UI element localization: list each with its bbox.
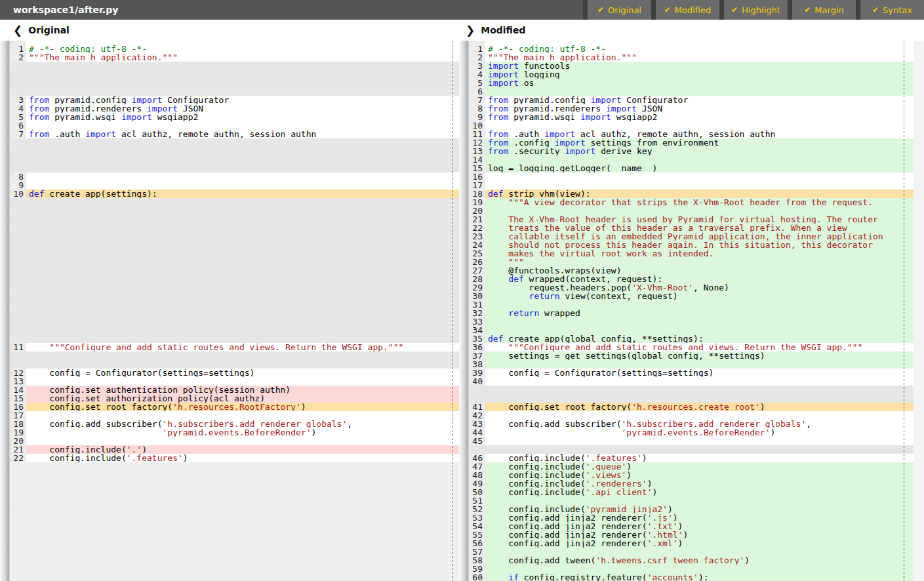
code-row: 58 config.add_tween('h.tweens.csrf_tween… — [459, 556, 924, 565]
code-line: config.include('pyramid_jinja2') — [485, 505, 914, 513]
filler-row — [10, 232, 459, 241]
code-row: 12 config = Configurator(settings=settin… — [0, 369, 459, 377]
toolbar-button-label: Modified — [675, 5, 711, 15]
code-row: 8from pyramid.renderers import JSON — [459, 104, 924, 113]
code-line: config.include('.queue') — [485, 462, 914, 471]
original-pane-header: ❮ Original — [13, 20, 70, 41]
code-line: config.add_jinja2_renderer('.js') — [485, 513, 914, 522]
code-line — [485, 300, 914, 309]
code-row: 24 should not process this header again.… — [459, 241, 924, 249]
original-pane[interactable]: 1# -*- coding: utf-8 -*-2"""The main h a… — [0, 41, 459, 581]
code-line: return wrapped — [485, 309, 914, 317]
code-row: 39 config = Configurator(settings=settin… — [459, 369, 924, 377]
code-row: 21 The X-Vhm-Root header is used by Pyra… — [459, 215, 924, 224]
code-row: 17 — [459, 181, 924, 190]
code-row: 13 — [0, 377, 459, 386]
toggle-margin-button[interactable]: ✔Margin — [792, 0, 856, 20]
code-line: config.add_jinja2_renderer('.xml') — [485, 539, 914, 548]
toggle-original-button[interactable]: ✔Original — [588, 0, 651, 20]
filler-row — [10, 249, 459, 258]
check-icon: ✔ — [664, 5, 671, 14]
code-row: 56 config.add_jinja2_renderer('.xml') — [459, 539, 924, 548]
code-line: # -*- coding: utf-8 -*- — [485, 45, 914, 53]
code-row: 22 treats the value of this header as a … — [459, 224, 924, 232]
code-line: """The main h application.""" — [485, 53, 914, 62]
code-row: 17 — [0, 411, 459, 420]
code-row: 11from .auth import acl_authz, remote_au… — [459, 130, 924, 138]
toolbar-buttons: ✔Original✔Modified✔Highlight✔Margin✔Synt… — [583, 0, 924, 20]
code-line — [485, 317, 914, 326]
window-title: workspace1/after.py — [0, 0, 583, 20]
code-row: 14 — [459, 155, 924, 164]
code-line: config.include('.features') — [485, 454, 914, 462]
code-row: 4from pyramid.renderers import JSON — [0, 104, 459, 113]
code-row: 60 if config.registry.feature('accounts'… — [459, 573, 924, 581]
check-icon: ✔ — [731, 5, 738, 14]
filler-row — [10, 266, 459, 275]
toolbar-button-label: Syntax — [883, 5, 912, 15]
code-line — [485, 411, 914, 420]
code-line — [26, 411, 459, 420]
code-line: config.set_authorization_policy(acl_auth… — [26, 394, 459, 403]
code-line: """Configure and add static routes and v… — [26, 343, 459, 351]
code-row: 48 config.include('.views') — [459, 471, 924, 479]
code-row: 42 — [459, 411, 924, 420]
code-line — [485, 360, 914, 369]
code-line: def create_app(global_config, **settings… — [485, 334, 914, 343]
code-row: 36 """Configure and add static routes an… — [459, 343, 924, 351]
code-line: from pyramid.wsgi import wsgiapp2 — [26, 113, 459, 121]
toolbar-button-label: Original — [608, 5, 641, 15]
code-line — [485, 326, 914, 334]
code-row: 33 — [459, 317, 924, 326]
code-row: 31 — [459, 300, 924, 309]
code-line: from pyramid.wsgi import wsgiapp2 — [485, 113, 914, 121]
code-row: 32 return wrapped — [459, 309, 924, 317]
code-row: 50 config.include('.api_client') — [459, 488, 924, 496]
code-row: 7from .auth import acl_authz, remote_aut… — [0, 130, 459, 138]
original-pane-label: Original — [28, 25, 70, 35]
code-row: 44 'pyramid.events.BeforeRender') — [459, 428, 924, 437]
code-line — [26, 121, 459, 130]
filler-row — [10, 164, 459, 172]
code-line: config = Configurator(settings=settings) — [26, 369, 459, 377]
code-row: 2"""The main h application.""" — [0, 53, 459, 62]
code-row: 26 """ — [459, 258, 924, 266]
code-line: config.add_jinja2_renderer('.html') — [485, 531, 914, 539]
code-row: 10 — [459, 121, 924, 130]
code-row: 41 config.set_root_factory('h.resources.… — [459, 403, 924, 411]
code-row: 55 config.add_jinja2_renderer('.html') — [459, 531, 924, 539]
modified-pane[interactable]: 1# -*- coding: utf-8 -*-2"""The main h a… — [459, 41, 924, 581]
pane-headers: ❮ Original ❯ Modified — [0, 20, 924, 41]
toggle-syntax-button[interactable]: ✔Syntax — [860, 0, 924, 20]
code-line — [485, 548, 914, 556]
code-line: should not process this header again. In… — [485, 241, 914, 249]
toggle-highlight-button[interactable]: ✔Highlight — [724, 0, 788, 20]
code-line — [485, 87, 914, 96]
code-row: 45 — [459, 437, 924, 445]
line-number: 2 — [10, 53, 26, 62]
code-line: config.add_subscriber('h.subscribers.add… — [485, 420, 914, 428]
toggle-modified-button[interactable]: ✔Modified — [656, 0, 719, 20]
code-row: 27 @functools.wraps(view) — [459, 266, 924, 275]
code-line: return view(context, request) — [485, 292, 914, 300]
code-row: 23 callable itself is an embedded Pyrami… — [459, 232, 924, 241]
filler-row — [10, 326, 459, 334]
margin-line — [452, 41, 453, 581]
filler-row — [10, 62, 459, 70]
filler-row — [10, 198, 459, 207]
code-line: import functools — [485, 62, 914, 70]
toolbar-button-label: Margin — [814, 5, 843, 15]
code-line: treats the value of this header as a tra… — [485, 224, 914, 232]
code-line — [485, 437, 914, 445]
code-row: 51 — [459, 496, 924, 505]
filler-row — [469, 445, 924, 454]
code-line: config.include('.') — [26, 445, 459, 454]
code-line: from pyramid.renderers import JSON — [485, 104, 914, 113]
code-row: 30 return view(context, request) — [459, 292, 924, 300]
code-row: 52 config.include('pyramid_jinja2') — [459, 505, 924, 513]
code-row: 4import logging — [459, 70, 924, 79]
code-line: from .security import derive_key — [485, 147, 914, 155]
code-row: 18 config.add_subscriber('h.subscribers.… — [0, 420, 459, 428]
code-row: 15log = logging.getLogger(__name__) — [459, 164, 924, 172]
line-number: 45 — [469, 437, 485, 445]
